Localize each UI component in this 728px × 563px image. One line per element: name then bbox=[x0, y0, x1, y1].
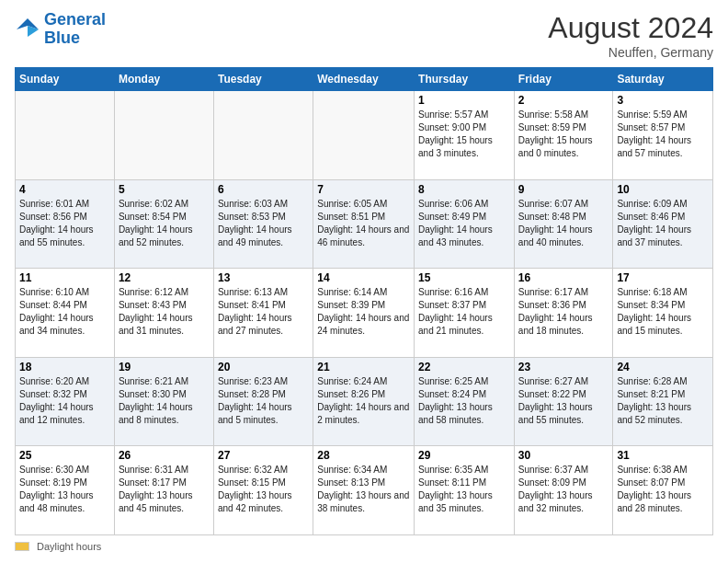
day-info: Sunrise: 6:23 AM Sunset: 8:28 PM Dayligh… bbox=[218, 375, 309, 427]
calendar-cell: 9Sunrise: 6:07 AM Sunset: 8:48 PM Daylig… bbox=[514, 179, 613, 269]
day-number: 23 bbox=[518, 361, 609, 373]
calendar-header-wednesday: Wednesday bbox=[313, 68, 415, 91]
calendar-cell: 31Sunrise: 6:38 AM Sunset: 8:07 PM Dayli… bbox=[613, 446, 713, 535]
day-number: 21 bbox=[317, 361, 410, 373]
day-info: Sunrise: 6:16 AM Sunset: 8:37 PM Dayligh… bbox=[418, 286, 510, 338]
calendar-cell: 27Sunrise: 6:32 AM Sunset: 8:15 PM Dayli… bbox=[213, 446, 313, 535]
day-number: 19 bbox=[119, 361, 210, 373]
day-number: 26 bbox=[119, 449, 210, 462]
day-info: Sunrise: 6:06 AM Sunset: 8:49 PM Dayligh… bbox=[418, 198, 510, 249]
calendar-cell: 30Sunrise: 6:37 AM Sunset: 8:09 PM Dayli… bbox=[514, 446, 613, 535]
calendar-header-row: SundayMondayTuesdayWednesdayThursdayFrid… bbox=[16, 68, 713, 91]
calendar-cell: 5Sunrise: 6:02 AM Sunset: 8:54 PM Daylig… bbox=[114, 179, 213, 269]
day-info: Sunrise: 6:28 AM Sunset: 8:21 PM Dayligh… bbox=[617, 375, 709, 427]
calendar-cell: 16Sunrise: 6:17 AM Sunset: 8:36 PM Dayli… bbox=[514, 269, 613, 358]
calendar-table: SundayMondayTuesdayWednesdayThursdayFrid… bbox=[15, 67, 713, 535]
calendar-cell: 8Sunrise: 6:06 AM Sunset: 8:49 PM Daylig… bbox=[415, 179, 515, 269]
calendar-cell: 19Sunrise: 6:21 AM Sunset: 8:30 PM Dayli… bbox=[114, 357, 213, 446]
day-number: 17 bbox=[617, 271, 709, 284]
calendar-cell bbox=[16, 91, 115, 180]
day-number: 28 bbox=[317, 449, 410, 462]
day-number: 2 bbox=[518, 94, 609, 107]
day-number: 30 bbox=[518, 449, 609, 462]
calendar-cell: 3Sunrise: 5:59 AM Sunset: 8:57 PM Daylig… bbox=[613, 91, 713, 180]
day-info: Sunrise: 5:57 AM Sunset: 9:00 PM Dayligh… bbox=[418, 109, 510, 160]
logo-text: General Blue bbox=[44, 11, 106, 48]
day-info: Sunrise: 6:25 AM Sunset: 8:24 PM Dayligh… bbox=[418, 375, 510, 427]
calendar-cell: 7Sunrise: 6:05 AM Sunset: 8:51 PM Daylig… bbox=[313, 179, 415, 269]
header: General Blue August 2024 Neuffen, German… bbox=[15, 11, 713, 60]
day-info: Sunrise: 6:27 AM Sunset: 8:22 PM Dayligh… bbox=[518, 375, 609, 427]
logo-line2: Blue bbox=[44, 29, 80, 47]
calendar-cell bbox=[114, 91, 213, 180]
day-info: Sunrise: 6:02 AM Sunset: 8:54 PM Dayligh… bbox=[119, 198, 210, 249]
day-number: 22 bbox=[418, 361, 510, 373]
calendar-cell: 25Sunrise: 6:30 AM Sunset: 8:19 PM Dayli… bbox=[16, 446, 115, 535]
calendar-cell: 18Sunrise: 6:20 AM Sunset: 8:32 PM Dayli… bbox=[16, 357, 115, 446]
day-info: Sunrise: 5:59 AM Sunset: 8:57 PM Dayligh… bbox=[617, 109, 709, 160]
calendar-header-saturday: Saturday bbox=[613, 68, 713, 91]
day-info: Sunrise: 6:32 AM Sunset: 8:15 PM Dayligh… bbox=[218, 464, 309, 515]
day-number: 20 bbox=[218, 361, 309, 373]
day-number: 1 bbox=[418, 94, 510, 107]
calendar-cell: 14Sunrise: 6:14 AM Sunset: 8:39 PM Dayli… bbox=[313, 269, 415, 358]
day-number: 27 bbox=[218, 449, 309, 462]
calendar-cell: 13Sunrise: 6:13 AM Sunset: 8:41 PM Dayli… bbox=[213, 269, 313, 358]
day-number: 31 bbox=[617, 449, 709, 462]
calendar-cell: 11Sunrise: 6:10 AM Sunset: 8:44 PM Dayli… bbox=[16, 269, 115, 358]
page: General Blue August 2024 Neuffen, German… bbox=[0, 0, 728, 563]
daylight-label: Daylight hours bbox=[37, 541, 101, 552]
footer: Daylight hours bbox=[15, 541, 713, 552]
day-number: 8 bbox=[418, 183, 510, 196]
day-number: 25 bbox=[19, 449, 110, 462]
day-number: 12 bbox=[119, 271, 210, 284]
day-info: Sunrise: 6:13 AM Sunset: 8:41 PM Dayligh… bbox=[218, 286, 309, 338]
day-number: 29 bbox=[418, 449, 510, 462]
day-info: Sunrise: 6:10 AM Sunset: 8:44 PM Dayligh… bbox=[19, 286, 110, 338]
day-info: Sunrise: 6:07 AM Sunset: 8:48 PM Dayligh… bbox=[518, 198, 609, 249]
day-number: 7 bbox=[317, 183, 410, 196]
day-info: Sunrise: 6:34 AM Sunset: 8:13 PM Dayligh… bbox=[317, 464, 410, 515]
calendar-cell: 28Sunrise: 6:34 AM Sunset: 8:13 PM Dayli… bbox=[313, 446, 415, 535]
day-info: Sunrise: 6:09 AM Sunset: 8:46 PM Dayligh… bbox=[617, 198, 709, 249]
day-info: Sunrise: 6:30 AM Sunset: 8:19 PM Dayligh… bbox=[19, 464, 110, 515]
logo-icon bbox=[15, 17, 40, 42]
day-number: 9 bbox=[518, 183, 609, 196]
day-info: Sunrise: 6:38 AM Sunset: 8:07 PM Dayligh… bbox=[617, 464, 709, 515]
day-number: 13 bbox=[218, 271, 309, 284]
calendar-cell: 20Sunrise: 6:23 AM Sunset: 8:28 PM Dayli… bbox=[213, 357, 313, 446]
day-info: Sunrise: 6:24 AM Sunset: 8:26 PM Dayligh… bbox=[317, 375, 410, 427]
calendar-header-monday: Monday bbox=[114, 68, 213, 91]
calendar-week-row: 25Sunrise: 6:30 AM Sunset: 8:19 PM Dayli… bbox=[16, 446, 713, 535]
logo: General Blue bbox=[15, 11, 106, 48]
calendar-header-sunday: Sunday bbox=[16, 68, 115, 91]
calendar-cell: 23Sunrise: 6:27 AM Sunset: 8:22 PM Dayli… bbox=[514, 357, 613, 446]
calendar-cell: 21Sunrise: 6:24 AM Sunset: 8:26 PM Dayli… bbox=[313, 357, 415, 446]
day-number: 16 bbox=[518, 271, 609, 284]
day-number: 15 bbox=[418, 271, 510, 284]
calendar-cell: 2Sunrise: 5:58 AM Sunset: 8:59 PM Daylig… bbox=[514, 91, 613, 180]
day-info: Sunrise: 6:18 AM Sunset: 8:34 PM Dayligh… bbox=[617, 286, 709, 338]
day-number: 6 bbox=[218, 183, 309, 196]
calendar-cell bbox=[213, 91, 313, 180]
day-number: 10 bbox=[617, 183, 709, 196]
calendar-cell: 12Sunrise: 6:12 AM Sunset: 8:43 PM Dayli… bbox=[114, 269, 213, 358]
calendar-week-row: 1Sunrise: 5:57 AM Sunset: 9:00 PM Daylig… bbox=[16, 91, 713, 180]
day-info: Sunrise: 6:21 AM Sunset: 8:30 PM Dayligh… bbox=[119, 375, 210, 427]
calendar-cell: 10Sunrise: 6:09 AM Sunset: 8:46 PM Dayli… bbox=[613, 179, 713, 269]
day-number: 5 bbox=[119, 183, 210, 196]
calendar-header-thursday: Thursday bbox=[415, 68, 515, 91]
day-info: Sunrise: 6:03 AM Sunset: 8:53 PM Dayligh… bbox=[218, 198, 309, 249]
calendar-cell bbox=[313, 91, 415, 180]
day-number: 14 bbox=[317, 271, 410, 284]
day-number: 11 bbox=[19, 271, 110, 284]
location: Neuffen, Germany bbox=[548, 45, 713, 60]
calendar-header-tuesday: Tuesday bbox=[213, 68, 313, 91]
calendar-cell: 1Sunrise: 5:57 AM Sunset: 9:00 PM Daylig… bbox=[415, 91, 515, 180]
day-info: Sunrise: 6:37 AM Sunset: 8:09 PM Dayligh… bbox=[518, 464, 609, 515]
title-block: August 2024 Neuffen, Germany bbox=[548, 11, 713, 60]
day-info: Sunrise: 6:35 AM Sunset: 8:11 PM Dayligh… bbox=[418, 464, 510, 515]
day-info: Sunrise: 6:20 AM Sunset: 8:32 PM Dayligh… bbox=[19, 375, 110, 427]
logo-line1: General bbox=[44, 10, 106, 29]
day-number: 24 bbox=[617, 361, 709, 373]
